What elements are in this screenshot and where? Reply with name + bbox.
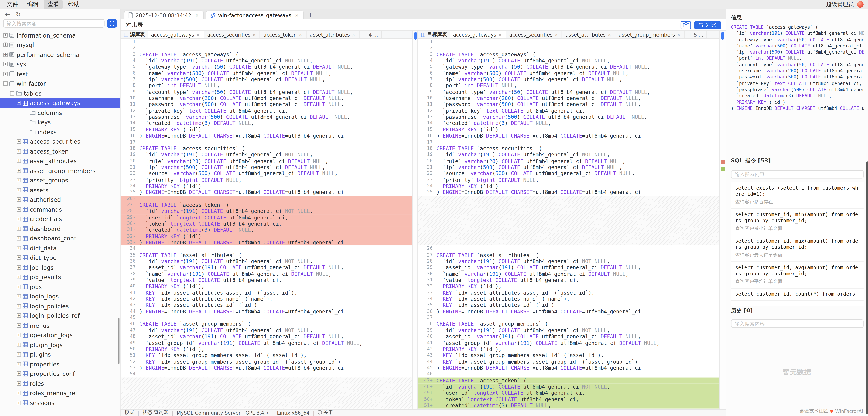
tree-item-job_logs[interactable]: +job_logs [0, 263, 120, 272]
tree-item-access_gateways[interactable]: −access_gateways [0, 98, 120, 108]
tree-item-asset_groups[interactable]: +asset_groups [0, 175, 120, 185]
expand-icon[interactable]: + [17, 284, 21, 289]
menu-编辑[interactable]: 编辑 [23, 0, 42, 9]
code-line[interactable]: 12 `private_key` text COLLATE utf8mb4_ge… [417, 108, 719, 114]
tree-item-login_policies[interactable]: +login_policies [0, 301, 120, 311]
target-tab-asset_group_members[interactable]: asset_group_members× [615, 31, 685, 38]
close-icon[interactable]: × [195, 12, 199, 18]
expand-icon[interactable]: + [17, 362, 21, 366]
collapse-icon[interactable]: − [10, 91, 14, 96]
code-line[interactable]: 45 [121, 315, 412, 321]
code-line[interactable]: 44) ENGINE=InnoDB DEFAULT CHARSET=utf8mb… [121, 308, 412, 315]
source-editor[interactable]: 123CREATE TABLE `access_gateways` (4 `id… [121, 39, 412, 409]
code-line[interactable]: 20 `rule` varchar(20) COLLATE utf8mb4_ge… [417, 158, 719, 164]
refresh-icon[interactable]: ↻ [16, 11, 21, 18]
code-line[interactable]: 3CREATE TABLE `access_gateways` ( [121, 51, 412, 58]
sidebar-scrollbar[interactable] [118, 318, 120, 364]
tree-item-properties[interactable]: +properties [0, 359, 120, 369]
expand-icon[interactable]: + [17, 168, 21, 173]
code-line[interactable]: 42 PRIMARY KEY (`id`), [417, 346, 719, 352]
close-icon[interactable]: × [677, 32, 681, 37]
code-line[interactable]: 36 `id` varchar(191) COLLATE utf8mb4_gen… [121, 258, 412, 264]
code-line[interactable]: 15 PRIMARY KEY (`id`) [121, 127, 412, 133]
expand-icon[interactable]: + [3, 33, 8, 37]
code-line[interactable]: 2 [121, 45, 412, 51]
tree-item-columns[interactable]: columns [0, 108, 120, 117]
code-line[interactable]: 23 `priority` bigint DEFAULT NULL, [121, 177, 412, 183]
code-line[interactable]: 6 `name` varchar(500) COLLATE utf8mb4_ge… [417, 70, 719, 76]
tree-item-asset_group_members[interactable]: +asset_group_members [0, 166, 120, 175]
code-line[interactable]: 33-) ENGINE=InnoDB DEFAULT CHARSET=utf8m… [121, 239, 412, 246]
tree-item-dict_type[interactable]: +dict_type [0, 253, 120, 263]
tree-item-mysql[interactable]: +mysql [0, 40, 120, 50]
code-line[interactable]: 27-CREATE TABLE `access_token` ( [121, 202, 412, 208]
sql-search-input[interactable] [731, 170, 864, 178]
avatar[interactable] [857, 1, 864, 8]
sql-command-item[interactable]: select customer_id, min(amount) from ord… [731, 209, 864, 235]
source-tab-access_securities[interactable]: access_securities× [204, 31, 260, 38]
source-tab-asset_attributes[interactable]: asset_attributes× [306, 31, 360, 38]
code-line[interactable]: 9 `account_type` varchar(50) COLLATE utf… [417, 89, 719, 95]
expand-icon[interactable]: + [17, 352, 21, 356]
code-line[interactable]: 37 [417, 315, 719, 321]
code-line[interactable]: 29 `asset_id` varchar(191) COLLATE utf8m… [417, 264, 719, 271]
expand-icon[interactable]: + [17, 372, 21, 376]
tree-item-job_results[interactable]: +job_results [0, 272, 120, 282]
code-line[interactable]: 16) ENGINE=InnoDB DEFAULT CHARSET=utf8mb… [121, 133, 412, 139]
close-icon[interactable]: × [607, 32, 611, 37]
expand-icon[interactable]: + [17, 236, 21, 241]
code-line[interactable]: 4 `id` varchar(191) COLLATE utf8mb4_gene… [121, 58, 412, 64]
history-search-input[interactable] [731, 319, 864, 328]
code-line[interactable]: 50 PRIMARY KEY (`id`), [121, 346, 412, 352]
tree-item-jobs[interactable]: +jobs [0, 282, 120, 292]
code-line[interactable]: 46 [417, 371, 719, 377]
code-line[interactable]: 24 PRIMARY KEY (`id`) [417, 183, 719, 189]
code-line[interactable]: 48+ `id` varchar(191) COLLATE utf8mb4_ge… [417, 383, 719, 390]
code-line[interactable]: 26- [121, 196, 412, 202]
tree-item-sessions[interactable]: +sessions [0, 398, 120, 408]
tree-item-authorised[interactable]: +authorised [0, 195, 120, 205]
tree-item-keys[interactable]: keys [0, 117, 120, 127]
expand-icon[interactable]: + [17, 323, 21, 327]
code-line[interactable]: 47+CREATE TABLE `access_token` ( [417, 377, 719, 383]
code-line[interactable]: 28 `id` varchar(191) COLLATE utf8mb4_gen… [417, 258, 719, 264]
expand-icon[interactable]: + [17, 197, 21, 202]
code-line[interactable]: 45) ENGINE=InnoDB DEFAULT CHARSET=utf8mb… [417, 365, 719, 371]
sql-command-item[interactable]: select exists (select 1 from customers w… [731, 182, 864, 209]
code-line[interactable]: 26 [417, 246, 719, 252]
expand-icon[interactable]: + [3, 72, 8, 76]
panel-scrollbar[interactable] [866, 162, 868, 415]
code-line[interactable]: 48 `asset_id` varchar(191) COLLATE utf8m… [121, 334, 412, 340]
code-line[interactable]: 35 KEY `idx_asset_attributes_id` (`id`) [417, 302, 719, 308]
tree-item-asset_attributes[interactable]: +asset_attributes [0, 156, 120, 166]
expand-icon[interactable]: + [17, 275, 21, 279]
expand-icon[interactable]: + [17, 265, 21, 270]
code-line[interactable]: 49 `asset_group_id` varchar(191) COLLATE… [121, 340, 412, 346]
code-line[interactable]: 47 `id` varchar(191) COLLATE utf8mb4_gen… [121, 327, 412, 334]
tree-item-performance_schema[interactable]: +performance_schema [0, 50, 120, 60]
code-line[interactable]: 37 `asset_id` varchar(191) COLLATE utf8m… [121, 264, 412, 271]
expand-icon[interactable]: + [17, 401, 21, 405]
code-line[interactable]: 15 PRIMARY KEY (`id`) [417, 127, 719, 133]
code-line[interactable]: 24 PRIMARY KEY (`id`) [121, 183, 412, 189]
expand-icon[interactable]: + [17, 381, 21, 386]
source-editor-scrollbar[interactable] [412, 31, 418, 409]
code-line[interactable]: 9 `account_type` varchar(50) COLLATE utf… [121, 89, 412, 95]
code-line[interactable]: 39 `id` varchar(191) COLLATE utf8mb4_gen… [417, 327, 719, 334]
expand-icon[interactable]: + [17, 217, 21, 221]
code-line[interactable]: 18CREATE TABLE `access_securities` ( [417, 145, 719, 151]
tree-item-dashboard_conf[interactable]: +dashboard_conf [0, 234, 120, 243]
code-line[interactable]: 18CREATE TABLE `access_securities` ( [121, 145, 412, 151]
compare-button[interactable]: 对比 [694, 21, 721, 29]
code-line[interactable]: 7 `ip` varchar(500) COLLATE utf8mb4_gene… [417, 76, 719, 82]
code-line[interactable]: 27CREATE TABLE `asset_attributes` ( [417, 252, 719, 258]
code-line[interactable]: 35CREATE TABLE `asset_attributes` ( [121, 252, 412, 258]
tree-item-information_schema[interactable]: +information_schema [0, 30, 120, 40]
code-line[interactable]: 8 `port` int DEFAULT NULL, [417, 82, 719, 89]
close-icon[interactable]: × [299, 32, 303, 37]
tab-win-factor.access_gateways[interactable]: win-factor.access_gateways× [206, 10, 304, 19]
code-line[interactable]: 17 [121, 139, 412, 145]
tree-item-test[interactable]: +test [0, 69, 120, 79]
scrollbar-thumb[interactable] [414, 32, 417, 40]
screenshot-button[interactable] [681, 21, 691, 29]
